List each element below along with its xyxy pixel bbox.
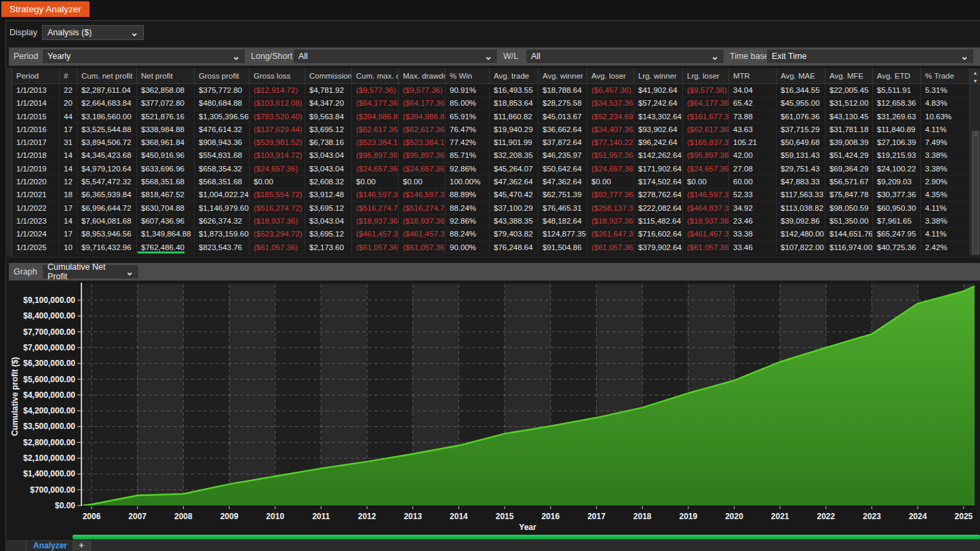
table-cell[interactable]: $908,943.36 [195, 136, 250, 148]
table-cell[interactable]: $16,344.55 [777, 84, 825, 96]
column-header-gross-profit[interactable]: Gross profit [195, 68, 250, 83]
table-row[interactable]: 1/1/201814$4,345,423.68$450,916.96$554,8… [12, 149, 970, 162]
table-cell[interactable]: $45,470.42 [490, 188, 538, 201]
table-cell[interactable]: ($18,937.36) [352, 215, 399, 227]
table-cell[interactable]: $32,208.35 [490, 149, 538, 161]
wl-dropdown[interactable]: All ⌄ [526, 49, 724, 64]
table-cell[interactable]: $568,351.68 [195, 176, 250, 188]
table-cell[interactable]: $91,504.86 [538, 241, 587, 253]
table-cell[interactable]: ($61,057.36) [683, 241, 729, 253]
table-cell[interactable]: $75,847.78 [825, 188, 873, 201]
table-cell[interactable]: ($64,177.36) [399, 97, 446, 109]
table-cell[interactable]: $96,242.64 [634, 136, 683, 148]
table-cell[interactable]: $19,940.29 [490, 123, 538, 136]
table-cell[interactable]: 1/1/2025 [12, 241, 60, 253]
column-header-avg-trade[interactable]: Avg. trade [490, 68, 538, 83]
table-cell[interactable]: $124,877.35 [538, 228, 587, 240]
table-cell[interactable]: 88.89% [446, 188, 490, 201]
table-cell[interactable]: $98,050.59 [825, 202, 873, 214]
table-cell[interactable]: $0.00 [683, 176, 729, 188]
column-header-commission[interactable]: Commission [305, 68, 352, 83]
table-cell[interactable]: $2,664,683.84 [77, 97, 137, 109]
table-cell[interactable]: 1/1/2024 [12, 228, 60, 240]
table-cell[interactable]: $36,662.64 [538, 123, 587, 136]
table-cell[interactable]: 1/1/2017 [12, 136, 60, 148]
table-cell[interactable]: $30,377.36 [873, 188, 921, 201]
table-cell[interactable]: ($18,937.36) [399, 215, 446, 227]
table-cell[interactable]: 3.38% [921, 163, 970, 175]
table-row[interactable]: 1/1/202118$6,365,939.84$818,467.52$1,004… [12, 188, 970, 201]
table-cell[interactable]: 60.00 [729, 176, 777, 188]
table-cell[interactable]: $2,287,611.04 [77, 84, 137, 96]
column-header-period[interactable]: Period [12, 68, 60, 83]
table-cell[interactable]: $3,043.04 [305, 215, 352, 227]
table-cell[interactable]: $6,738.16 [305, 136, 352, 148]
table-cell[interactable]: $375,772.80 [195, 84, 250, 96]
table-cell[interactable]: $45,955.00 [777, 97, 825, 109]
table-cell[interactable]: $76,465.31 [538, 202, 587, 214]
table-cell[interactable]: $630,704.88 [137, 202, 195, 214]
table-cell[interactable]: $115,482.64 [634, 215, 683, 227]
table-cell[interactable]: ($52,234.69) [587, 110, 634, 123]
table-cell[interactable]: 4.83% [921, 97, 970, 109]
table-cell[interactable]: $43,130.45 [825, 110, 873, 123]
table-cell[interactable]: $37,715.29 [777, 123, 825, 136]
table-cell[interactable]: $37,100.29 [490, 202, 538, 214]
table-cell[interactable]: $143,302.64 [634, 110, 683, 123]
table-cell[interactable]: 3.38% [921, 215, 970, 227]
table-row[interactable]: 1/1/202217$6,996,644.72$630,704.88$1,146… [12, 202, 970, 215]
table-cell[interactable]: 85.00% [446, 97, 490, 109]
table-cell[interactable]: $4,781.92 [305, 84, 352, 96]
table-cell[interactable]: $7,604,081.68 [77, 215, 137, 227]
column-header-cum-max-dd[interactable]: Cum. max. dd [352, 68, 399, 83]
table-cell[interactable]: ($92,777.36) [587, 188, 634, 201]
table-cell[interactable]: 4.11% [921, 123, 970, 136]
table-row[interactable]: 1/1/201914$4,979,120.64$633,696.96$658,3… [12, 163, 970, 176]
table-cell[interactable]: $480,684.88 [195, 97, 250, 109]
table-cell[interactable]: 22 [60, 84, 77, 96]
table-cell[interactable]: ($24,657.36) [683, 163, 729, 175]
column-header-lrg-loser[interactable]: Lrg. loser [683, 68, 729, 83]
table-cell[interactable]: 76.47% [446, 123, 490, 136]
table-cell[interactable]: ($61,057.36) [352, 241, 399, 253]
table-cell[interactable]: $4,979,120.64 [77, 163, 137, 175]
table-cell[interactable]: $9,209.03 [873, 176, 921, 188]
table-cell[interactable]: 10.63% [921, 110, 970, 123]
table-cell[interactable]: $6,996,644.72 [77, 202, 137, 214]
table-cell[interactable]: ($51,957.36) [587, 149, 634, 161]
table-cell[interactable]: ($61,057.36) [587, 241, 634, 253]
table-cell[interactable]: $18,788.64 [538, 84, 587, 96]
table-cell[interactable]: ($24,657.36) [587, 163, 634, 175]
scroll-down-button[interactable]: ▼ [971, 77, 979, 85]
window-title-tab[interactable]: Strategy Analyzer [1, 1, 90, 17]
table-cell[interactable]: $9,716,432.96 [77, 241, 137, 253]
table-cell[interactable]: ($62,617.36) [683, 123, 729, 136]
table-cell[interactable]: ($12,914.72) [250, 84, 305, 96]
table-cell[interactable]: $45,264.07 [490, 163, 538, 175]
table-cell[interactable]: 27.08 [729, 163, 777, 175]
table-cell[interactable]: $476,614.32 [195, 123, 250, 136]
long-short-dropdown[interactable]: All ⌄ [293, 49, 498, 64]
table-cell[interactable]: $0.00 [399, 176, 446, 188]
table-cell[interactable]: ($61,057.36) [399, 241, 446, 253]
table-cell[interactable]: 34.04 [729, 84, 777, 96]
table-cell[interactable]: $338,984.88 [137, 123, 195, 136]
table-cell[interactable]: $607,436.96 [137, 215, 195, 227]
table-cell[interactable]: $61,076.36 [777, 110, 825, 123]
table-cell[interactable]: ($18,937.36) [587, 215, 634, 227]
table-cell[interactable]: 77.42% [446, 136, 490, 148]
scrollbar-thumb[interactable] [972, 131, 979, 254]
table-cell[interactable]: $40,725.36 [873, 241, 921, 253]
column-header-net-profit[interactable]: Net profit [137, 68, 195, 83]
table-cell[interactable]: $0.00 [587, 176, 634, 188]
table-cell[interactable]: 4.11% [921, 228, 970, 240]
table-cell[interactable]: ($539,981.52) [250, 136, 305, 148]
table-cell[interactable]: $0.00 [352, 176, 399, 188]
table-cell[interactable]: $3,695.12 [305, 202, 352, 214]
table-cell[interactable]: 1/1/2021 [12, 188, 60, 201]
table-cell[interactable]: ($185,554.72) [250, 188, 305, 201]
column-header-avg-mfe[interactable]: Avg. MFE [825, 68, 873, 83]
table-cell[interactable]: ($516,274.72) [399, 202, 446, 214]
table-cell[interactable]: ($34,407.36) [587, 123, 634, 136]
table-cell[interactable]: ($461,457.36) [399, 228, 446, 240]
